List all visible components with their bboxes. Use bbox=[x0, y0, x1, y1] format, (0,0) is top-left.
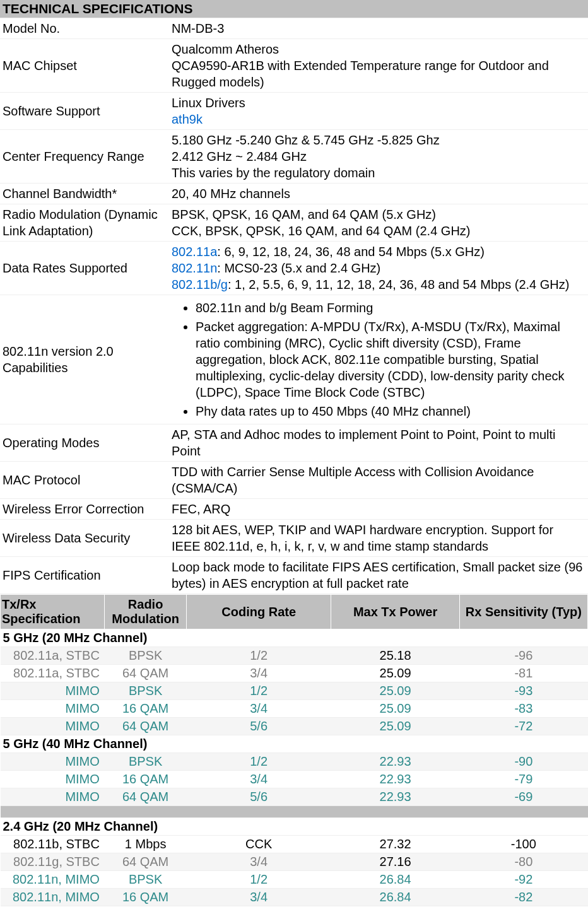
spec-label: MAC Chipset bbox=[0, 39, 169, 93]
table-cell: BPSK bbox=[105, 647, 187, 665]
table-row: 802.11b, STBC1 MbpsCCK27.32-100 bbox=[1, 836, 588, 853]
table-cell: 22.93 bbox=[331, 788, 459, 806]
table-cell: 3/4 bbox=[186, 665, 331, 682]
spec-row: Radio Modulation (Dynamic Link Adaptatio… bbox=[0, 204, 588, 242]
table-cell: CCK bbox=[186, 836, 331, 853]
table-cell: 802.11a, STBC bbox=[1, 647, 105, 665]
text-line: CCK, BPSK, QPSK, 16 QAM, and 64 QAM (2.4… bbox=[172, 224, 471, 238]
th-mod: Radio Modulation bbox=[105, 595, 187, 629]
table-cell: MIMO bbox=[1, 682, 105, 700]
spec-row: FIPS Certification Loop back mode to fac… bbox=[0, 557, 588, 594]
table-cell: 3/4 bbox=[186, 853, 331, 871]
blank-row bbox=[1, 806, 588, 818]
spec-label: Center Frequency Range bbox=[0, 130, 169, 184]
table-cell: MIMO bbox=[1, 771, 105, 788]
text-line: Qualcomm Atheros bbox=[172, 42, 279, 56]
table-cell: 5/6 bbox=[186, 718, 331, 735]
spec-value: 802.11a: 6, 9, 12, 18, 24, 36, 48 and 54… bbox=[169, 242, 588, 295]
group-title: 5 GHz (20 MHz Channel) bbox=[1, 629, 588, 647]
spec-value: 128 bit AES, WEP, TKIP and WAPI hardware… bbox=[169, 520, 588, 557]
spec-label: FIPS Certification bbox=[0, 557, 169, 594]
text-line: 5.180 GHz -5.240 Ghz & 5.745 GHz -5.825 … bbox=[172, 133, 440, 147]
th-rx: Rx Sensitivity (Typ) bbox=[459, 595, 587, 629]
th-spec: Tx/Rx Specification bbox=[1, 595, 105, 629]
spec-table: Model No. NM-DB-3 MAC Chipset Qualcomm A… bbox=[0, 18, 588, 594]
spec-value: Qualcomm Atheros QCA9590-AR1B with Exten… bbox=[169, 39, 588, 93]
th-code: Coding Rate bbox=[186, 595, 331, 629]
spec-row: Wireless Error Correction FEC, ARQ bbox=[0, 499, 588, 520]
table-row: MIMOBPSK1/222.93-90 bbox=[1, 753, 588, 771]
table-cell: 802.11n, MIMO bbox=[1, 871, 105, 889]
table-cell: 16 QAM bbox=[105, 889, 187, 906]
link-802-11bg[interactable]: 802.11b/g bbox=[172, 278, 228, 291]
table-cell: -82 bbox=[459, 889, 587, 906]
text-line: QCA9590-AR1B with Extended Temperature r… bbox=[172, 59, 549, 89]
table-row: MIMOBPSK1/225.09-93 bbox=[1, 682, 588, 700]
ath9k-link[interactable]: ath9k bbox=[172, 112, 203, 126]
table-cell: -79 bbox=[459, 771, 587, 788]
table-cell: 802.11b, STBC bbox=[1, 836, 105, 853]
table-cell: 802.11a, STBC bbox=[1, 665, 105, 682]
table-cell: 25.18 bbox=[331, 647, 459, 665]
table-cell: 25.09 bbox=[331, 718, 459, 735]
table-cell: -72 bbox=[459, 718, 587, 735]
table-cell: -80 bbox=[459, 853, 587, 871]
table-row: 802.11g, STBC64 QAM3/427.16-80 bbox=[1, 853, 588, 871]
spec-value: TDD with Carrier Sense Multiple Access w… bbox=[169, 462, 588, 499]
table-row: MIMO16 QAM3/425.09-83 bbox=[1, 700, 588, 718]
spec-value: BPSK, QPSK, 16 QAM, and 64 QAM (5.x GHz)… bbox=[169, 204, 588, 242]
spec-label: Software Support bbox=[0, 93, 169, 130]
table-cell: 3/4 bbox=[186, 889, 331, 906]
spec-value: 20, 40 MHz channels bbox=[169, 184, 588, 204]
spec-row: Wireless Data Security 128 bit AES, WEP,… bbox=[0, 520, 588, 557]
group-row: 2.4 GHz (20 MHz Channel) bbox=[1, 818, 588, 836]
blank-cell bbox=[1, 806, 588, 818]
list-item: Packet aggregation: A-MPDU (Tx/Rx), A-MS… bbox=[196, 319, 585, 401]
table-cell: BPSK bbox=[105, 682, 187, 700]
group-title: 2.4 GHz (20 MHz Channel) bbox=[1, 818, 588, 836]
spec-row: 802.11n version 2.0 Capabilities 802.11n… bbox=[0, 295, 588, 424]
table-cell: 25.09 bbox=[331, 682, 459, 700]
table-cell: -90 bbox=[459, 753, 587, 771]
table-cell: MIMO bbox=[1, 700, 105, 718]
table-cell: 802.11n, MIMO bbox=[1, 889, 105, 906]
table-cell: 25.09 bbox=[331, 665, 459, 682]
spec-value: 802.11n and b/g Beam Forming Packet aggr… bbox=[169, 295, 588, 424]
table-cell: MIMO bbox=[1, 753, 105, 771]
table-cell: 16 QAM bbox=[105, 771, 187, 788]
spec-row: Channel Bandwidth* 20, 40 MHz channels bbox=[0, 184, 588, 204]
table-row: 802.11a, STBC64 QAM3/425.09-81 bbox=[1, 665, 588, 682]
spec-label: 802.11n version 2.0 Capabilities bbox=[0, 295, 169, 424]
spec-value: FEC, ARQ bbox=[169, 499, 588, 520]
table-cell: 64 QAM bbox=[105, 853, 187, 871]
text-line: : 1, 2, 5.5, 6, 9, 11, 12, 18, 24, 36, 4… bbox=[228, 278, 569, 291]
spec-label: Wireless Error Correction bbox=[0, 499, 169, 520]
table-cell: 22.93 bbox=[331, 771, 459, 788]
text-line: BPSK, QPSK, 16 QAM, and 64 QAM (5.x GHz) bbox=[172, 208, 436, 221]
table-row: 802.11n, MIMOBPSK1/226.84-92 bbox=[1, 871, 588, 889]
spec-value: AP, STA and Adhoc modes to implement Poi… bbox=[169, 424, 588, 462]
spec-label: Model No. bbox=[0, 18, 169, 39]
table-cell: 1/2 bbox=[186, 753, 331, 771]
spec-value: Loop back mode to facilitate FIPS AES ce… bbox=[169, 557, 588, 594]
link-802-11n[interactable]: 802.11n bbox=[172, 261, 217, 275]
spec-label: Channel Bandwidth* bbox=[0, 184, 169, 204]
link-802-11a[interactable]: 802.11a bbox=[172, 245, 217, 259]
table-cell: 5/6 bbox=[186, 788, 331, 806]
table-row: MIMO64 QAM5/622.93-69 bbox=[1, 788, 588, 806]
spec-row: MAC Chipset Qualcomm Atheros QCA9590-AR1… bbox=[0, 39, 588, 93]
table-cell: -92 bbox=[459, 871, 587, 889]
table-cell: -81 bbox=[459, 665, 587, 682]
table-cell: 802.11g, STBC bbox=[1, 853, 105, 871]
table-cell: 64 QAM bbox=[105, 788, 187, 806]
table-row: 802.11n, MIMO16 QAM3/426.84-82 bbox=[1, 889, 588, 906]
group-row: 5 GHz (40 MHz Channel) bbox=[1, 735, 588, 753]
table-cell: 25.09 bbox=[331, 700, 459, 718]
spec-row: Center Frequency Range 5.180 GHz -5.240 … bbox=[0, 130, 588, 184]
capabilities-list: 802.11n and b/g Beam Forming Packet aggr… bbox=[172, 300, 585, 419]
spec-row: Data Rates Supported 802.11a: 6, 9, 12, … bbox=[0, 242, 588, 295]
spec-row: Software Support Linux Drivers ath9k bbox=[0, 93, 588, 130]
section-title: TECHNICAL SPECIFICATIONS bbox=[0, 0, 588, 18]
table-cell: BPSK bbox=[105, 753, 187, 771]
spec-label: Data Rates Supported bbox=[0, 242, 169, 295]
